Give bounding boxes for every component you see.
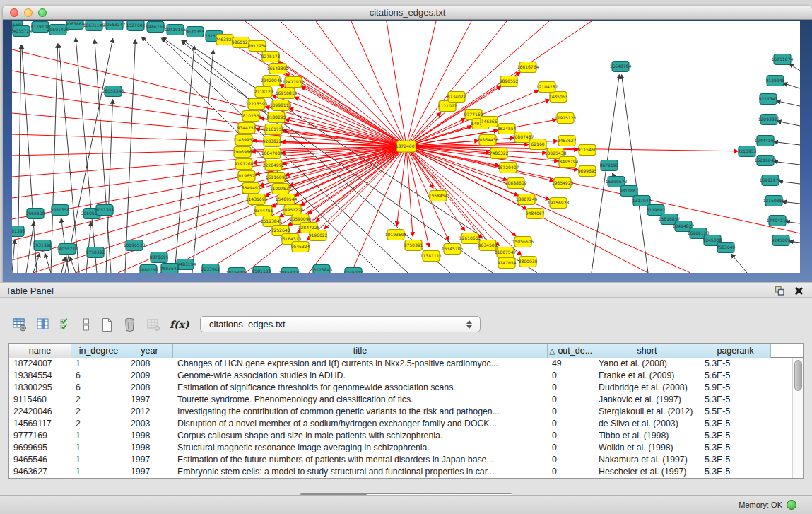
show-columns-icon[interactable] xyxy=(36,317,50,332)
graph-node[interactable]: 9466160 xyxy=(146,22,165,33)
graph-node[interactable]: 10647009 xyxy=(261,148,283,159)
graph-node[interactable]: 8912954 xyxy=(248,41,267,52)
column-header-year[interactable]: year xyxy=(126,344,173,358)
graph-node[interactable]: 8581103 xyxy=(252,267,271,274)
graph-node[interactable]: 10998113 xyxy=(270,100,292,111)
graph-node[interactable]: 15123843 xyxy=(311,265,333,274)
graph-node[interactable]: 10631149 xyxy=(83,21,105,31)
graph-node[interactable]: 16543392 xyxy=(267,64,289,74)
vertical-scrollbar[interactable] xyxy=(792,358,803,478)
graph-node[interactable]: 11007547 xyxy=(495,247,517,258)
graph-node[interactable]: 10196525 xyxy=(236,171,258,182)
graph-node[interactable]: 12093822 xyxy=(758,115,780,125)
graph-node[interactable]: 1558454 xyxy=(429,191,448,201)
graph-node[interactable]: 9275173 xyxy=(261,52,281,62)
graph-node[interactable]: 5051358 xyxy=(51,205,70,216)
graph-node[interactable]: 16210643 xyxy=(755,156,777,166)
graph-node[interactable]: 8878695 xyxy=(150,252,169,263)
graph-node[interactable]: 9245007 xyxy=(344,268,363,274)
graph-hub-node[interactable]: 18724007 xyxy=(396,141,418,152)
graph-node[interactable]: 5051353 xyxy=(95,205,114,216)
close-panel-icon[interactable] xyxy=(794,286,804,296)
graph-node[interactable]: 28495794 xyxy=(557,157,579,168)
graph-node[interactable]: 8679191 xyxy=(600,160,619,171)
graph-node[interactable]: 10193695 xyxy=(385,230,407,240)
table-row[interactable]: 946554611997Estimation of the future num… xyxy=(9,454,803,466)
graph-node[interactable]: 746266 xyxy=(481,117,498,127)
graph-node[interactable]: 9283822 xyxy=(263,136,282,147)
graph-node[interactable]: 1680250 xyxy=(139,265,158,274)
graph-node[interactable]: 11381111 xyxy=(420,251,442,262)
graph-node[interactable]: 7906986 xyxy=(233,147,252,158)
graph-node[interactable]: 7486322 xyxy=(490,148,509,159)
graph-node[interactable]: 16648784 xyxy=(610,62,632,72)
column-header-pagerank[interactable]: pagerank xyxy=(700,344,771,358)
table-settings-icon[interactable] xyxy=(13,317,27,332)
graph-node[interactable]: 6734022 xyxy=(447,92,466,103)
graph-node[interactable]: 14055724 xyxy=(12,26,32,37)
network-window-titlebar[interactable]: citations_edges.txt xyxy=(3,6,812,20)
new-document-icon[interactable] xyxy=(100,317,113,332)
graph-node[interactable]: 12477932 xyxy=(283,77,305,88)
graph-node[interactable]: 15489544 xyxy=(276,194,298,205)
graph-node[interactable]: 22204992 xyxy=(263,160,285,171)
graph-node[interactable]: 16616764 xyxy=(517,62,539,73)
graph-node[interactable]: 17404119 xyxy=(767,216,789,226)
graph-node[interactable]: 19654923 xyxy=(552,178,574,189)
float-panel-icon[interactable] xyxy=(774,285,785,299)
column-header-in_degree[interactable]: in_degree xyxy=(71,344,126,358)
graph-node[interactable]: 9811867 xyxy=(620,186,639,197)
graph-node[interactable]: 11431691 xyxy=(246,194,268,205)
scrollbar-thumb[interactable] xyxy=(794,360,802,391)
column-header-name[interactable]: name xyxy=(9,344,71,358)
graph-node[interactable]: 2233961 xyxy=(201,264,220,274)
network-table-select[interactable]: citations_edges.txt xyxy=(200,316,481,332)
function-builder-icon[interactable]: f(x) xyxy=(170,319,189,330)
table-row[interactable]: 946362711997Embryonic stem cells: a mode… xyxy=(9,466,803,478)
graph-node[interactable]: 8800930 xyxy=(519,257,538,267)
graph-node[interactable]: 18107554 xyxy=(240,111,262,122)
table-row[interactable]: 1830029562008Estimation of significance … xyxy=(9,382,803,394)
graph-node[interactable]: 15720407 xyxy=(498,163,519,173)
graph-node[interactable]: 9750392 xyxy=(86,247,105,258)
graph-node[interactable]: 12104787 xyxy=(536,82,558,93)
graph-node[interactable]: 9197268 xyxy=(235,159,254,170)
table-row[interactable]: 969969511998Structural magnetic resonanc… xyxy=(9,442,803,454)
graph-node[interactable]: 9344757 xyxy=(237,123,257,134)
graph-node[interactable]: 9147654 xyxy=(498,258,517,269)
graph-node[interactable]: 12161756 xyxy=(263,124,285,135)
graph-node[interactable]: 9245009 xyxy=(772,235,791,246)
network-canvas[interactable]: 1872400719611871405572461191082069140690… xyxy=(12,21,800,273)
graph-node[interactable]: 15345706 xyxy=(442,244,464,255)
graph-node[interactable]: 15992971 xyxy=(760,175,782,186)
graph-node[interactable]: 2718120 xyxy=(254,87,273,98)
graph-node[interactable]: 8549497 xyxy=(242,183,261,194)
graph-node[interactable]: 15056606 xyxy=(512,237,534,247)
graph-node[interactable]: 7583642 xyxy=(160,264,180,274)
graph-node[interactable]: 62160 xyxy=(529,139,546,150)
graph-node[interactable]: 20364436 xyxy=(477,135,499,146)
graph-node[interactable]: 9063868 xyxy=(66,21,85,30)
graph-node[interactable]: 17975125 xyxy=(555,113,577,124)
graph-node[interactable]: 9750391 xyxy=(404,240,423,251)
graph-node[interactable]: 9227343 xyxy=(759,94,778,105)
table-row[interactable]: 2242004622012Investigating the contribut… xyxy=(9,406,803,418)
graph-node[interactable]: 9484067 xyxy=(526,209,545,219)
graph-node[interactable]: 3624554 xyxy=(498,124,517,134)
graph-node[interactable]: 7485063 xyxy=(549,92,568,103)
graph-node[interactable]: 12444191 xyxy=(755,136,777,146)
graph-node[interactable]: 9115460 xyxy=(578,145,597,156)
graph-node[interactable]: 11439952 xyxy=(233,135,255,146)
select-mode-icon[interactable] xyxy=(59,317,72,332)
graph-node[interactable]: 9890552 xyxy=(500,76,519,87)
graph-node[interactable]: 11007537 xyxy=(270,184,292,194)
graph-node[interactable]: 26053346 xyxy=(102,86,124,97)
graph-node[interactable]: 1527602 xyxy=(126,21,146,31)
graph-node[interactable]: 9671355 xyxy=(186,27,205,37)
graph-node[interactable]: 9546324 xyxy=(291,242,310,252)
graph-node[interactable]: 12213593 xyxy=(246,99,268,110)
graph-node[interactable]: 8188295 xyxy=(267,112,286,123)
table-row[interactable]: 977716911998Corpus callosum shape and si… xyxy=(9,430,803,442)
graph-node[interactable]: 10196523 xyxy=(124,240,146,251)
graph-node[interactable]: 3215953 xyxy=(738,146,757,157)
